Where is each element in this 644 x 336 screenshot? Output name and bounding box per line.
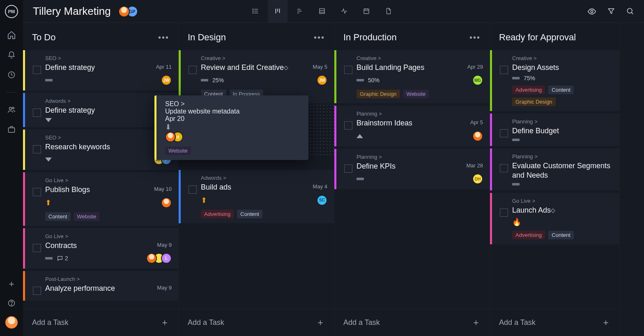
add-icon[interactable]: ＋	[7, 278, 16, 290]
list-view-icon[interactable]	[246, 0, 265, 23]
svg-point-25	[591, 10, 593, 13]
view-switcher	[246, 0, 398, 23]
task-assignees[interactable]: L	[146, 253, 172, 264]
task-assignees[interactable]: JW	[317, 75, 327, 86]
task-card[interactable]: Planning >Define KPIsMar 28DH	[334, 149, 490, 189]
tag[interactable]: Advertising	[512, 231, 545, 239]
bell-icon[interactable]	[7, 51, 16, 59]
task-title: Update website metadata	[165, 108, 239, 115]
board-view-icon[interactable]	[268, 0, 288, 23]
task-tags: AdvertisingContent	[512, 231, 613, 239]
home-icon[interactable]	[7, 30, 16, 39]
avatar[interactable]: L	[161, 253, 172, 264]
task-card[interactable]: Planning >Brainstorm IdeasApr 5	[334, 106, 490, 146]
filter-icon[interactable]	[607, 7, 615, 16]
add-task-button[interactable]: Add a Task＋	[490, 308, 619, 336]
task-checkbox[interactable]	[500, 66, 508, 74]
task-card[interactable]: SEO >Define strategyApr 11JW	[23, 50, 178, 90]
task-card[interactable]: Planning >Evaluate Customer Segments and…	[490, 148, 619, 190]
help-icon[interactable]	[7, 299, 16, 307]
task-assignees[interactable]: MG	[472, 75, 483, 86]
avatar[interactable]	[146, 253, 157, 264]
priority-none-icon	[201, 79, 208, 81]
avatar[interactable]: DH	[472, 174, 483, 184]
task-assignees[interactable]: SC	[317, 195, 327, 206]
column-menu-icon[interactable]: •••	[469, 33, 481, 42]
task-checkbox[interactable]	[33, 244, 41, 252]
task-checkbox[interactable]	[33, 287, 41, 295]
sheet-view-icon[interactable]	[312, 0, 332, 23]
task-checkbox[interactable]	[500, 164, 508, 172]
task-assignees[interactable]: DH	[472, 174, 483, 184]
column-menu-icon[interactable]: •••	[158, 33, 169, 42]
card-edge	[23, 172, 25, 225]
avatar[interactable]	[118, 6, 130, 17]
project-members[interactable]: GP	[118, 6, 138, 17]
task-assignees[interactable]	[161, 197, 172, 208]
task-title: Define Budget	[512, 126, 559, 136]
task-checkbox[interactable]	[33, 109, 41, 117]
svg-rect-18	[320, 9, 324, 14]
column-menu-icon[interactable]: •••	[314, 33, 325, 42]
task-card[interactable]: Adwords >Build adsMay 4⬆SCAdvertisingCon…	[179, 170, 334, 223]
svg-point-11	[253, 12, 253, 13]
task-checkbox[interactable]	[500, 209, 508, 217]
gantt-view-icon[interactable]	[290, 0, 310, 23]
tag[interactable]: Content	[548, 231, 574, 239]
clock-icon[interactable]	[7, 71, 16, 79]
tag[interactable]: Graphic Design	[356, 90, 400, 98]
task-checkbox[interactable]	[344, 165, 352, 173]
avatar[interactable]: JW	[161, 75, 172, 86]
task-checkbox[interactable]	[344, 66, 352, 74]
task-checkbox[interactable]	[500, 129, 508, 137]
tag[interactable]: Content	[237, 210, 262, 218]
tag[interactable]: Website	[74, 212, 100, 221]
task-title: Build Landing Pages	[356, 63, 424, 72]
task-card[interactable]: Go Live >ContractsMay 9 2L	[23, 228, 178, 269]
task-progress: 75%	[524, 75, 535, 81]
task-card[interactable]: Planning >Define Budget	[490, 114, 619, 146]
avatar[interactable]: MG	[472, 75, 483, 86]
file-view-icon[interactable]	[379, 0, 398, 23]
avatar[interactable]: SC	[317, 195, 327, 206]
avatar[interactable]	[165, 132, 176, 142]
visibility-icon[interactable]	[587, 7, 596, 16]
plus-icon: ＋	[472, 316, 481, 329]
avatar[interactable]	[472, 131, 483, 141]
task-checkbox[interactable]	[33, 188, 41, 196]
search-icon[interactable]	[626, 7, 634, 16]
tag[interactable]: Website	[403, 90, 429, 98]
task-card[interactable]: Go Live >Launch Ads ◇🔥AdvertisingContent	[490, 193, 619, 244]
tag[interactable]: Advertising	[201, 210, 234, 218]
add-task-button[interactable]: Add a Task＋	[179, 308, 334, 336]
user-avatar[interactable]	[5, 316, 18, 329]
task-checkbox[interactable]	[33, 145, 41, 153]
task-card[interactable]: Go Live >Publish BlogsMay 10⬆ContentWebs…	[23, 172, 178, 225]
milestone-icon: ◇	[284, 64, 288, 71]
activity-view-icon[interactable]	[334, 0, 354, 23]
tag[interactable]: Content	[548, 86, 574, 94]
task-card[interactable]: Post-Launch >Analyze performanceMay 9	[23, 271, 178, 301]
tag[interactable]: Website	[165, 146, 191, 155]
add-task-button[interactable]: Add a Task＋	[23, 308, 178, 336]
calendar-view-icon[interactable]	[356, 0, 376, 23]
tag[interactable]: Content	[45, 212, 71, 221]
people-icon[interactable]	[7, 106, 16, 114]
task-checkbox[interactable]	[189, 185, 197, 194]
avatar[interactable]: JW	[317, 75, 327, 86]
tag[interactable]: Advertising	[512, 86, 545, 94]
task-checkbox[interactable]	[33, 66, 41, 74]
avatar[interactable]	[161, 197, 172, 208]
task-assignees[interactable]	[472, 131, 483, 141]
task-card[interactable]: Creative >Design Assets75%AdvertisingCon…	[490, 50, 619, 111]
task-checkbox[interactable]	[189, 66, 197, 74]
task-card[interactable]: Creative >Build Landing PagesApr 2950%MG…	[334, 50, 490, 103]
task-checkbox[interactable]	[344, 121, 352, 130]
comments-icon[interactable]: 2	[57, 255, 68, 262]
logo[interactable]: PM	[5, 5, 18, 18]
dragging-card[interactable]: SEO > Update website metadata Apr 20 ⬇ H…	[154, 95, 308, 160]
tag[interactable]: Graphic Design	[512, 97, 556, 106]
add-task-button[interactable]: Add a Task＋	[334, 308, 490, 336]
briefcase-icon[interactable]	[7, 125, 16, 134]
task-assignees[interactable]: JW	[161, 75, 172, 86]
